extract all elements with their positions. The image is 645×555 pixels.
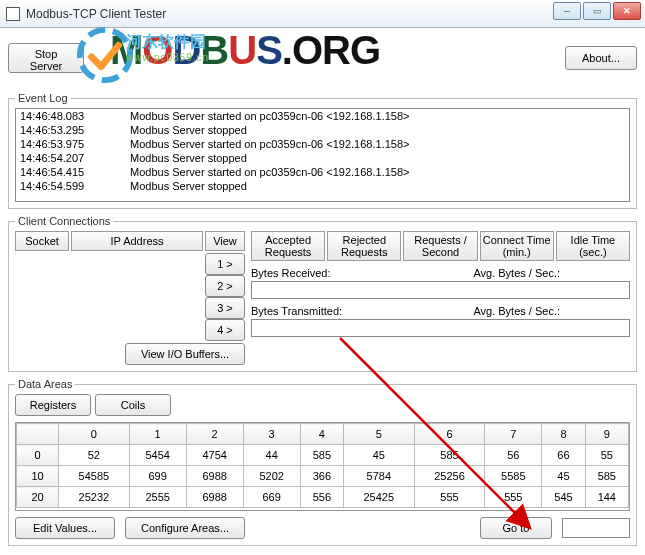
view-connection-button[interactable]: 2 > [205,275,245,297]
event-log-row[interactable]: 14:46:54.415Modbus Server started on pc0… [16,165,629,179]
event-log-row[interactable]: 14:46:53.975Modbus Server started on pc0… [16,137,629,151]
grid-cell[interactable]: 6988 [186,487,243,508]
avg-bytes-tx-label: Avg. Bytes / Sec.: [473,305,560,317]
grid-cell[interactable]: 52 [59,445,130,466]
configure-areas-button[interactable]: Configure Areas... [125,517,245,539]
grid-cell[interactable]: 366 [300,466,343,487]
grid-cell[interactable]: 25425 [343,487,414,508]
socket-header: Socket [15,231,69,251]
grid-cell[interactable]: 45 [343,445,414,466]
stat-header: Requests / Second [403,231,477,261]
event-time: 14:46:53.295 [20,123,130,137]
grid-cell[interactable]: 144 [585,487,628,508]
grid-col-header[interactable]: 7 [485,424,542,445]
event-log-list[interactable]: 14:46:48.083Modbus Server started on pc0… [15,108,630,202]
event-message: Modbus Server started on pc0359cn-06 <19… [130,109,409,123]
grid-row-header[interactable]: 20 [17,487,59,508]
edit-values-button[interactable]: Edit Values... [15,517,115,539]
event-time: 14:46:53.975 [20,137,130,151]
grid-col-header[interactable]: 9 [585,424,628,445]
grid-cell[interactable]: 5202 [243,466,300,487]
grid-cell[interactable]: 55 [585,445,628,466]
stat-header: Connect Time (min.) [480,231,554,261]
client-connections-legend: Client Connections [15,215,113,227]
close-button[interactable]: ✕ [613,2,641,20]
grid-cell[interactable]: 555 [414,487,485,508]
registers-tab[interactable]: Registers [15,394,91,416]
bytes-received-box [251,281,630,299]
grid-cell[interactable]: 669 [243,487,300,508]
event-log-row[interactable]: 14:46:48.083Modbus Server started on pc0… [16,109,629,123]
svg-point-0 [80,30,130,80]
grid-col-header[interactable]: 1 [129,424,186,445]
view-io-buffers-button[interactable]: View I/O Buffers... [125,343,245,365]
grid-col-header[interactable]: 4 [300,424,343,445]
grid-cell[interactable]: 6988 [186,466,243,487]
stop-server-button[interactable]: Stop Server [8,43,84,73]
bytes-received-label: Bytes Received: [251,267,361,279]
event-log-row[interactable]: 14:46:53.295Modbus Server stopped [16,123,629,137]
grid-cell[interactable]: 54585 [59,466,130,487]
goto-input[interactable] [562,518,630,538]
event-log-row[interactable]: 14:46:54.599Modbus Server stopped [16,179,629,193]
app-icon [6,7,20,21]
event-time: 14:46:54.415 [20,165,130,179]
view-connection-button[interactable]: 3 > [205,297,245,319]
grid-cell[interactable]: 545 [542,487,585,508]
stat-header: Rejected Requests [327,231,401,261]
grid-cell[interactable]: 45 [542,466,585,487]
grid-corner [17,424,59,445]
grid-cell[interactable]: 699 [129,466,186,487]
grid-cell[interactable]: 4754 [186,445,243,466]
grid-cell[interactable]: 5454 [129,445,186,466]
grid-col-header[interactable]: 5 [343,424,414,445]
grid-row-header[interactable]: 0 [17,445,59,466]
maximize-button[interactable]: ▭ [583,2,611,20]
watermark-url: www.pc0359.cn [126,52,209,63]
grid-cell[interactable]: 25232 [59,487,130,508]
grid-cell[interactable]: 5585 [485,466,542,487]
grid-cell[interactable]: 556 [300,487,343,508]
grid-cell[interactable]: 555 [485,487,542,508]
about-button[interactable]: About... [565,46,637,70]
goto-button[interactable]: Go to [480,517,552,539]
event-message: Modbus Server stopped [130,123,247,137]
event-time: 14:46:54.207 [20,151,130,165]
view-connection-button[interactable]: 4 > [205,319,245,341]
event-message: Modbus Server stopped [130,151,247,165]
grid-col-header[interactable]: 0 [59,424,130,445]
data-grid-wrap[interactable]: 0123456789052545447544458545585566655105… [15,422,630,511]
grid-col-header[interactable]: 6 [414,424,485,445]
grid-cell[interactable]: 585 [585,466,628,487]
view-connection-button[interactable]: 1 > [205,253,245,275]
grid-cell[interactable]: 585 [414,445,485,466]
event-log-group: Event Log 14:46:48.083Modbus Server star… [8,92,637,209]
watermark-text: 河东软件园 [126,32,206,53]
grid-row-header[interactable]: 10 [17,466,59,487]
event-log-row[interactable]: 14:46:54.207Modbus Server stopped [16,151,629,165]
stat-header: Idle Time (sec.) [556,231,630,261]
event-message: Modbus Server stopped [130,179,247,193]
grid-cell[interactable]: 66 [542,445,585,466]
minimize-button[interactable]: ─ [553,2,581,20]
grid-cell[interactable]: 44 [243,445,300,466]
grid-col-header[interactable]: 8 [542,424,585,445]
coils-tab[interactable]: Coils [95,394,171,416]
bytes-transmitted-label: Bytes Transmitted: [251,305,361,317]
grid-col-header[interactable]: 2 [186,424,243,445]
data-areas-legend: Data Areas [15,378,75,390]
avg-bytes-rx-label: Avg. Bytes / Sec.: [473,267,560,279]
grid-cell[interactable]: 585 [300,445,343,466]
grid-col-header[interactable]: 3 [243,424,300,445]
grid-cell[interactable]: 2555 [129,487,186,508]
grid-cell[interactable]: 25256 [414,466,485,487]
titlebar: Modbus-TCP Client Tester ─ ▭ ✕ [0,0,645,28]
view-header: View [205,231,245,251]
grid-cell[interactable]: 5784 [343,466,414,487]
grid-cell[interactable]: 56 [485,445,542,466]
client-connections-group: Client Connections Socket IP Address Vie… [8,215,637,372]
data-grid[interactable]: 0123456789052545447544458545585566655105… [16,423,629,508]
ip-address-header: IP Address [71,231,203,251]
stat-header: Accepted Requests [251,231,325,261]
bytes-transmitted-box [251,319,630,337]
